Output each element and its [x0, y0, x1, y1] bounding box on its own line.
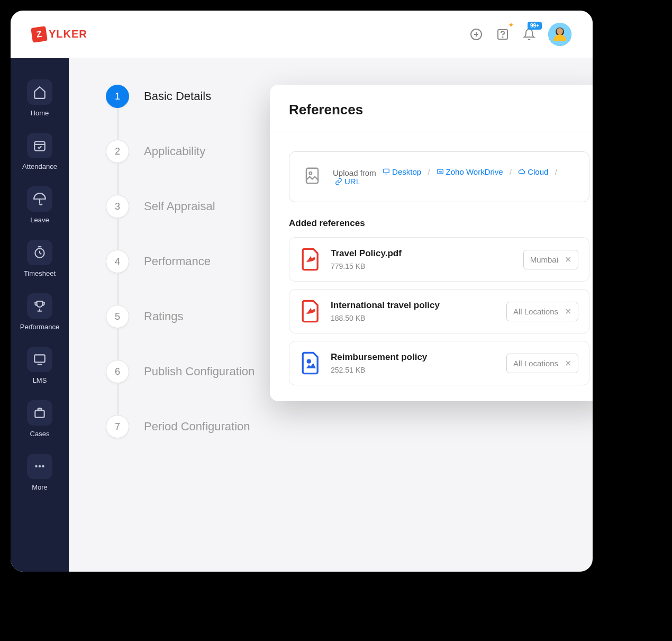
svg-point-7 — [557, 28, 563, 34]
header: Z YLKER ✦ 99+ — [11, 11, 593, 58]
reference-item: Travel Policy.pdf779.15 KB Mumbai✕ — [289, 237, 589, 282]
notification-badge: 99+ — [528, 22, 542, 30]
step-number: 5 — [106, 305, 129, 328]
remove-tag-icon[interactable]: ✕ — [565, 358, 571, 368]
sidebar-item-label: Performance — [20, 323, 59, 331]
remove-tag-icon[interactable]: ✕ — [565, 255, 571, 265]
step-label: Basic Details — [144, 89, 211, 103]
more-icon — [27, 454, 52, 479]
sidebar: Home Attendance Leave Timesheet Performa… — [11, 58, 69, 572]
image-file-icon — [300, 351, 321, 375]
step-label: Publish Configuration — [144, 365, 255, 378]
add-button[interactable] — [469, 27, 484, 42]
step-label: Performance — [144, 255, 211, 268]
stopwatch-icon — [27, 240, 52, 265]
references-list: Travel Policy.pdf779.15 KB Mumbai✕ Inter… — [270, 237, 593, 385]
upload-cloud-link[interactable]: Cloud — [518, 167, 548, 176]
sidebar-item-label: Attendance — [22, 162, 57, 170]
step-period[interactable]: 7Period Configuration — [106, 415, 593, 438]
step-label: Ratings — [144, 310, 184, 323]
step-number: 1 — [106, 85, 129, 108]
sidebar-item-label: Leave — [30, 216, 49, 224]
svg-rect-8 — [34, 141, 45, 150]
reference-size: 252.51 KB — [331, 366, 497, 374]
sidebar-item-label: Cases — [30, 430, 50, 438]
svg-rect-24 — [384, 169, 389, 173]
upload-desktop-link[interactable]: Desktop — [383, 167, 421, 176]
home-icon — [27, 79, 52, 105]
logo-badge: Z — [31, 26, 48, 43]
svg-point-27 — [307, 360, 310, 363]
logo-text: YLKER — [49, 28, 87, 40]
sidebar-item-timesheet[interactable]: Timesheet — [11, 234, 69, 283]
sidebar-item-home[interactable]: Home — [11, 74, 69, 122]
briefcase-icon — [27, 400, 52, 426]
reference-size: 779.15 KB — [331, 262, 514, 270]
location-tag[interactable]: All Locations✕ — [506, 354, 578, 373]
added-references-title: Added references — [270, 218, 593, 237]
step-number: 6 — [106, 360, 129, 383]
upload-url-link[interactable]: URL — [335, 177, 360, 186]
sidebar-item-label: Timesheet — [24, 269, 56, 277]
help-button[interactable]: ✦ — [495, 27, 510, 42]
sidebar-item-leave[interactable]: Leave — [11, 181, 69, 229]
reference-name: Travel Policy.pdf — [331, 248, 514, 259]
svg-line-13 — [40, 253, 41, 254]
umbrella-icon — [27, 186, 52, 212]
sidebar-item-label: Home — [31, 109, 49, 117]
location-tag[interactable]: Mumbai✕ — [523, 250, 578, 269]
upload-image-icon — [302, 166, 322, 188]
reference-name: International travel policy — [331, 300, 497, 311]
step-label: Period Configuration — [144, 420, 250, 434]
sidebar-item-cases[interactable]: Cases — [11, 395, 69, 443]
svg-point-20 — [39, 465, 41, 467]
sidebar-item-lms[interactable]: LMS — [11, 341, 69, 390]
pdf-file-icon — [300, 247, 321, 272]
sidebar-item-label: LMS — [33, 376, 47, 384]
svg-point-23 — [309, 172, 312, 175]
svg-rect-22 — [306, 168, 318, 184]
avatar[interactable] — [548, 23, 571, 46]
sidebar-item-more[interactable]: More — [11, 448, 69, 496]
remove-tag-icon[interactable]: ✕ — [565, 306, 571, 317]
svg-point-19 — [35, 465, 37, 467]
reference-item: International travel policy188.50 KB All… — [289, 289, 589, 333]
sidebar-item-attendance[interactable]: Attendance — [11, 128, 69, 176]
step-label: Applicability — [144, 145, 205, 158]
location-tag[interactable]: All Locations✕ — [506, 302, 578, 321]
notifications-button[interactable]: 99+ — [522, 27, 537, 42]
step-number: 3 — [106, 195, 129, 218]
reference-size: 188.50 KB — [331, 314, 497, 322]
sidebar-item-label: More — [32, 483, 48, 491]
sparkle-icon: ✦ — [508, 21, 514, 29]
reference-item: Reimbursement policy252.51 KB All Locati… — [289, 341, 589, 385]
svg-point-4 — [503, 37, 503, 37]
sidebar-item-performance[interactable]: Performance — [11, 288, 69, 336]
logo[interactable]: Z YLKER — [32, 27, 87, 42]
header-actions: ✦ 99+ — [469, 23, 571, 46]
upload-workdrive-link[interactable]: Zoho WorkDrive — [437, 167, 503, 176]
step-number: 4 — [106, 250, 129, 273]
upload-box: Upload from Desktop / Zoho WorkDrive / C… — [289, 151, 589, 202]
panel-title: References — [270, 102, 593, 132]
step-number: 2 — [106, 140, 129, 163]
references-panel: References Upload from Desktop / Zoho Wo… — [270, 85, 593, 401]
monitor-icon — [27, 347, 52, 372]
calendar-check-icon — [27, 133, 52, 158]
main-content: 1Basic Details 2Applicability 3Self Appr… — [69, 58, 593, 572]
reference-name: Reimbursement policy — [331, 352, 497, 363]
trophy-icon — [27, 293, 52, 319]
pdf-file-icon — [300, 299, 321, 323]
svg-rect-17 — [35, 411, 44, 418]
svg-point-21 — [42, 465, 44, 467]
upload-from-text: Upload from Desktop / Zoho WorkDrive / C… — [333, 167, 576, 187]
svg-rect-15 — [34, 355, 45, 362]
step-label: Self Appraisal — [144, 200, 215, 213]
step-number: 7 — [106, 415, 129, 438]
